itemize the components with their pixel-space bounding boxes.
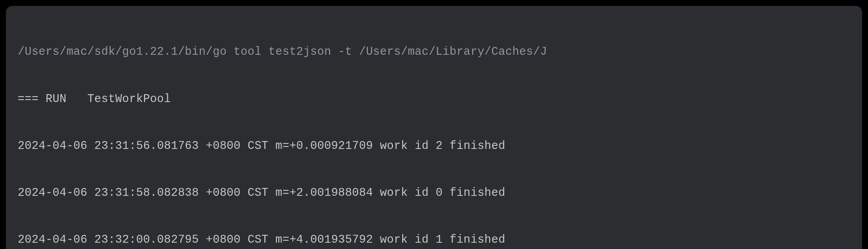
terminal-line: 2024-04-06 23:31:58.082838 +0800 CST m=+… [18, 185, 850, 201]
terminal-output[interactable]: /Users/mac/sdk/go1.22.1/bin/go tool test… [18, 13, 850, 249]
terminal-line: === RUN TestWorkPool [18, 91, 850, 107]
terminal-line: 2024-04-06 23:31:56.081763 +0800 CST m=+… [18, 138, 850, 154]
terminal-line: 2024-04-06 23:32:00.082795 +0800 CST m=+… [18, 232, 850, 248]
terminal-panel: /Users/mac/sdk/go1.22.1/bin/go tool test… [6, 6, 862, 249]
terminal-line: /Users/mac/sdk/go1.22.1/bin/go tool test… [18, 44, 850, 60]
